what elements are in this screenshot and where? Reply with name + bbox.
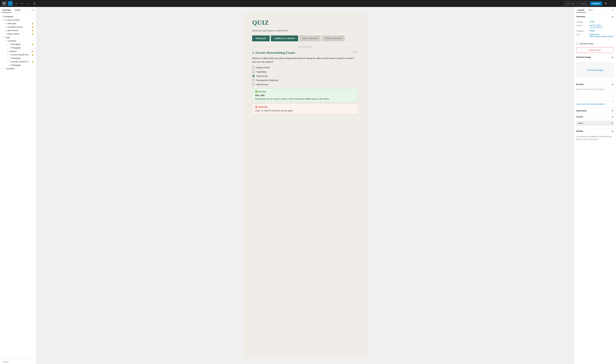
list-item[interactable]: ▾ ? Quiz — [0, 36, 36, 39]
chevron-down-icon: ▾ — [2, 37, 3, 38]
publish-row: Publish April 26, 2023 2:17 pm UTC+0 — [576, 24, 614, 28]
right-panel-tabs: Lesson Block ✕ — [574, 7, 616, 13]
sidebar-item-label: Paragraph — [4, 15, 34, 18]
course-body: None — [574, 120, 616, 128]
list-item[interactable]: ▭ Complete Lesson 🔒 — [0, 25, 36, 29]
template-row: Template Single — [576, 30, 614, 32]
template-value[interactable]: Single — [590, 30, 595, 32]
sidebar-item-label: Paragraph — [12, 64, 34, 66]
question-text: What is it called when you place foregro… — [252, 56, 358, 64]
move-to-trash-button[interactable]: Move to trash — [576, 47, 614, 53]
chevron-down-icon: ▼ — [612, 110, 614, 112]
incorrect-feedback-block: ❌ Incorrect Oops, re-read the question a… — [252, 104, 358, 114]
set-featured-image-label[interactable]: Set featured image — [587, 69, 603, 71]
list-item[interactable]: ¶ Paragraph — [0, 46, 36, 50]
tab-list-view[interactable]: List View — [2, 8, 12, 13]
answer-option[interactable]: Depth of field — [252, 66, 358, 69]
module-text: No modules are available for this lesson… — [576, 135, 614, 141]
answer-option[interactable]: Perspective Distortion — [252, 79, 358, 81]
right-panel-close-button[interactable]: ✕ — [612, 9, 614, 12]
topbar-right: Save draft Preview Publish ⚙ ⋮ — [564, 1, 614, 6]
featured-image-header[interactable]: Featured image ▲ — [574, 54, 616, 60]
more-options-icon[interactable]: ⋮ — [609, 1, 614, 6]
list-item[interactable]: ¶ Paragraph — [0, 15, 36, 18]
list-item[interactable]: ▾ ? Question — [0, 39, 36, 43]
question-points: 1 point — [352, 51, 358, 53]
excerpt-header[interactable]: Excerpt ▲ — [574, 81, 616, 87]
redo-button[interactable]: ↪ — [26, 1, 31, 6]
quiz-icon: ? — [4, 36, 5, 39]
settings-icon[interactable]: ⚙ — [603, 1, 608, 6]
incorrect-text: Oops, re-read the question and try again… — [255, 109, 355, 112]
answer-label: Vignetting — [256, 70, 266, 73]
url-row: URL happy-hawk-boha.instawp.xyz/lesson/q… — [576, 33, 614, 38]
undo-button[interactable]: ↩ — [20, 1, 25, 6]
save-draft-button[interactable]: Save draft — [564, 1, 577, 6]
answer-option[interactable]: Repoussoir — [252, 75, 358, 77]
list-view-button[interactable]: ☰ — [32, 1, 37, 6]
publish-button[interactable]: Publish — [590, 1, 602, 6]
list-item[interactable]: ¶ Paragraph — [0, 56, 36, 60]
answer-option[interactable]: Vignetting — [252, 70, 358, 73]
correct-feedback-header: ✅ Correct — [255, 91, 355, 93]
list-item[interactable]: ▾ ? Correct Answer Feedback 🔒 — [0, 53, 36, 56]
answer-label: Repoussoir — [256, 75, 268, 77]
sidebar-item-label: Question — [7, 67, 34, 70]
sidebar-item-label: Complete Lesson — [7, 26, 31, 28]
module-label: Module — [576, 130, 583, 132]
list-item[interactable]: ▾ ? Incorrect Answer Feedba... 🔒 — [0, 60, 36, 63]
quiz-subtitle: Write your quiz lesson content here. — [252, 29, 358, 32]
sidebar-close-button[interactable]: ✕ — [32, 9, 34, 12]
radio-vignetting[interactable] — [252, 70, 255, 73]
featured-image-placeholder[interactable]: Set featured image — [576, 63, 614, 78]
chevron-down-icon: ▾ — [7, 61, 8, 63]
pencil-icon[interactable]: ✏ — [14, 1, 19, 6]
lock-icon: 🔒 — [32, 50, 34, 52]
list-item[interactable]: ▭ Next Lesson 🔒 — [0, 29, 36, 32]
view-quiz-button[interactable]: VIEW QUIZ — [252, 36, 270, 41]
list-item[interactable]: ? Answers 🔒 — [0, 50, 36, 53]
correct-text: Repoussoir can be used to create a more … — [255, 98, 355, 100]
module-text-content: No modules are available for this lesson… — [576, 136, 612, 138]
url-value[interactable]: happy-hawk-boha.instawp.xyz/lesson/quiz/ — [590, 33, 614, 38]
visibility-label: Visibility — [576, 21, 588, 23]
radio-depth-of-field[interactable] — [252, 66, 255, 69]
lock-icon: 🔒 — [32, 26, 34, 28]
course-header[interactable]: Course ▲ — [574, 114, 616, 120]
module-header[interactable]: Module ▲ — [574, 128, 616, 134]
tab-lesson[interactable]: Lesson — [576, 8, 586, 13]
discussion-header[interactable]: Discussion ▼ — [574, 108, 616, 114]
featured-image-section: Featured image ▲ Set featured image — [574, 54, 616, 81]
question-icon: ? — [5, 68, 6, 70]
next-lesson-icon: ▭ — [5, 29, 6, 32]
list-item[interactable]: ▾ ⊞ Lesson Actions — [0, 18, 36, 22]
publish-value[interactable]: April 26, 2023 2:17 pm UTC+0 — [590, 24, 603, 28]
tab-outline[interactable]: Outline — [14, 8, 21, 13]
tab-block[interactable]: Block — [587, 8, 594, 13]
list-item[interactable]: ▭ View Quiz 🔒 — [0, 22, 36, 25]
paragraph-icon: ¶ — [10, 57, 11, 59]
complete-lesson-button[interactable]: COMPLETE LESSON — [271, 36, 298, 41]
list-item[interactable]: ▾ ? Description 🔒 — [0, 43, 36, 46]
excerpt-link[interactable]: Learn more about manual excerpts ↗ — [576, 103, 614, 105]
list-item[interactable]: ¶ Paragraph — [0, 63, 36, 67]
add-block-button[interactable]: + — [8, 1, 13, 6]
question-title-text: Factors Determining Frame — [255, 51, 295, 54]
module-body: No modules are available for this lesson… — [574, 134, 616, 143]
list-item[interactable]: ▭ Reset Lesson 🔒 — [0, 32, 36, 36]
answers-icon: ? — [7, 50, 8, 52]
summary-header[interactable]: Summary ▲ — [574, 13, 616, 19]
module-section: Module ▲ No modules are available for th… — [574, 128, 616, 143]
radio-add-answer[interactable] — [252, 83, 255, 86]
visibility-value[interactable]: Public — [590, 21, 595, 23]
course-select[interactable]: None — [576, 121, 614, 126]
pending-review-checkbox[interactable] — [576, 42, 579, 45]
add-answer-option[interactable]: Add Answer — [252, 83, 358, 86]
summary-body: Visibility Public Publish April 26, 2023… — [574, 19, 616, 41]
excerpt-textarea[interactable] — [576, 91, 614, 102]
list-item[interactable]: ? Question — [0, 67, 36, 70]
answer-label: Depth of field — [256, 66, 270, 69]
preview-button[interactable]: Preview — [578, 1, 589, 6]
radio-repoussoir[interactable] — [252, 75, 255, 77]
radio-perspective-distortion[interactable] — [252, 79, 255, 81]
